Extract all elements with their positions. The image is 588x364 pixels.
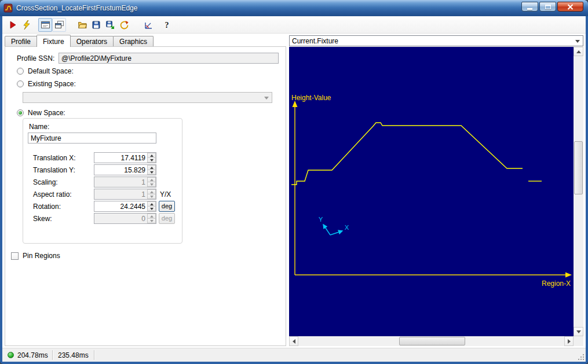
- status-led-icon: [8, 352, 14, 358]
- aspect-ratio-label: Aspect ratio:: [33, 190, 72, 198]
- translation-y-label: Translation Y:: [33, 166, 75, 174]
- radio-default-space[interactable]: Default Space:: [17, 67, 74, 75]
- chevron-down-icon: [575, 40, 580, 43]
- measure-button[interactable]: [141, 18, 155, 32]
- scroll-down-button[interactable]: [574, 327, 583, 336]
- rotation-input[interactable]: [94, 201, 147, 211]
- rotation-deg-button[interactable]: deg: [159, 201, 175, 212]
- spin-up-button[interactable]: [147, 201, 156, 207]
- translation-x-input[interactable]: [94, 153, 147, 163]
- save-as-button[interactable]: [103, 18, 117, 32]
- skew-input: [94, 214, 147, 223]
- horizontal-scroll-thumb[interactable]: [399, 337, 465, 345]
- tab-label: Profile: [11, 38, 31, 46]
- minimize-button[interactable]: [521, 2, 538, 12]
- spin-down-button[interactable]: [147, 207, 156, 211]
- radio-circle-icon: [17, 109, 24, 116]
- close-icon: [567, 4, 574, 10]
- radio-new-space[interactable]: New Space:: [17, 109, 65, 117]
- tab-profile[interactable]: Profile: [5, 36, 37, 46]
- aspect-ratio-spinner: [94, 189, 156, 200]
- up-arrow-icon: [150, 167, 154, 169]
- open-folder-icon: [78, 20, 87, 30]
- scroll-left-button[interactable]: [289, 336, 298, 346]
- vertical-scrollbar[interactable]: [574, 47, 583, 336]
- scaling-label: Scaling:: [33, 178, 58, 186]
- profile-ssn-field[interactable]: [59, 53, 279, 64]
- graphics-viewport[interactable]: Height-Value Region-X Y X: [289, 47, 574, 336]
- question-mark-icon: ?: [163, 20, 171, 30]
- scroll-up-button[interactable]: [574, 47, 583, 56]
- clone-display-button[interactable]: [52, 18, 66, 32]
- tab-operators[interactable]: Operators: [70, 36, 114, 46]
- tab-label: Graphics: [119, 38, 147, 46]
- execute-once-button[interactable]: [20, 18, 34, 32]
- existing-space-select: [23, 92, 272, 103]
- spin-up-button[interactable]: [147, 165, 156, 170]
- play-icon: [8, 20, 17, 30]
- pin-regions-checkbox[interactable]: Pin Regions: [11, 252, 60, 260]
- up-arrow-icon: [576, 50, 581, 53]
- skew-spinner: [94, 213, 156, 224]
- spin-up-button: [147, 214, 156, 219]
- checkbox-label: Pin Regions: [23, 252, 60, 260]
- help-button[interactable]: ?: [160, 18, 174, 32]
- tab-label: Operators: [76, 38, 107, 46]
- scroll-right-button[interactable]: [564, 336, 574, 346]
- spin-down-button: [147, 182, 156, 187]
- minimize-icon: [527, 8, 532, 10]
- graphics-source-select[interactable]: Current.Fixture: [289, 35, 583, 46]
- display-window-icon: [41, 20, 50, 30]
- vertical-scroll-thumb[interactable]: [574, 141, 583, 194]
- rotation-spinner[interactable]: [94, 201, 156, 212]
- toolbar: ?: [2, 16, 586, 34]
- down-arrow-icon: [576, 330, 581, 333]
- horizontal-scrollbar[interactable]: [289, 336, 574, 346]
- translation-y-spinner[interactable]: [94, 164, 156, 175]
- name-field[interactable]: [28, 133, 156, 144]
- fixture-x-axis-marker: [330, 231, 342, 235]
- spin-down-button: [147, 194, 156, 199]
- spin-up-button[interactable]: [147, 153, 156, 158]
- run-button[interactable]: [6, 18, 20, 32]
- marker-x-label: X: [345, 224, 349, 231]
- tab-graphics[interactable]: Graphics: [113, 36, 154, 46]
- fixture-tab-page: Profile SSN: Default Space: Existing Spa…: [5, 46, 286, 346]
- spin-down-button: [147, 219, 156, 223]
- profile-plot: Height-Value Region-X Y X: [289, 47, 574, 336]
- reload-button[interactable]: [117, 18, 131, 32]
- profile-ssn-label: Profile SSN:: [17, 54, 54, 62]
- radio-existing-space[interactable]: Existing Space:: [17, 80, 76, 88]
- radio-label: Existing Space:: [28, 80, 76, 88]
- maximize-button[interactable]: [539, 2, 556, 12]
- spin-up-button: [147, 177, 156, 182]
- spin-down-button[interactable]: [147, 170, 156, 175]
- spin-down-button[interactable]: [147, 158, 156, 163]
- floppy-disk-icon: [92, 20, 101, 30]
- down-arrow-icon: [150, 196, 154, 198]
- resize-grip[interactable]: [577, 353, 585, 361]
- new-space-group: Name: Translation X: Tran: [23, 118, 182, 244]
- title-bar[interactable]: CrossSection_LocateFirstFrustumEdge: [0, 0, 588, 16]
- status-separator: [94, 350, 95, 360]
- translation-x-spinner[interactable]: [94, 152, 156, 163]
- graphics-panel: Current.Fixture: [289, 35, 583, 346]
- open-file-button[interactable]: [75, 18, 89, 32]
- down-arrow-icon: [150, 183, 154, 186]
- x-axis-label: Region-X: [542, 280, 571, 288]
- tab-fixture[interactable]: Fixture: [36, 35, 71, 47]
- aspect-ratio-input: [94, 189, 147, 199]
- display-toggle-button[interactable]: [38, 18, 52, 32]
- translation-y-input[interactable]: [94, 165, 147, 175]
- clone-window-icon: [54, 20, 64, 30]
- skew-deg-button: deg: [159, 213, 175, 224]
- down-arrow-icon: [150, 159, 154, 161]
- scaling-input: [94, 177, 147, 187]
- close-button[interactable]: [557, 2, 583, 12]
- save-file-button[interactable]: [89, 18, 103, 32]
- curved-arrow-icon: [119, 20, 129, 30]
- tab-label: Fixture: [43, 38, 64, 46]
- client-area: ? Profile Fixture Operators Graphics Pro…: [2, 16, 586, 362]
- left-arrow-icon: [293, 339, 295, 344]
- down-arrow-icon: [150, 208, 154, 210]
